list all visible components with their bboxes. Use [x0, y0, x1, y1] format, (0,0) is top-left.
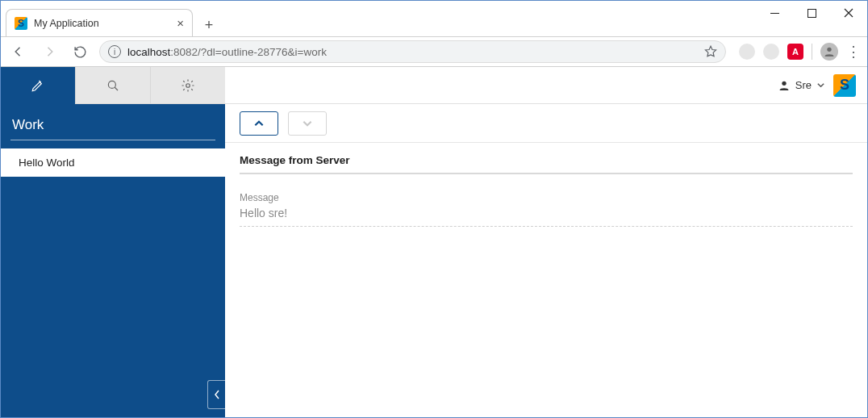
card-title: Message from Server — [240, 154, 853, 166]
site-info-icon[interactable]: i — [108, 45, 121, 58]
chevron-down-icon — [302, 118, 313, 129]
url-path: :8082/?dl=outline-28776&i=work — [170, 46, 327, 58]
app-topbar: Sre — [225, 67, 867, 104]
chevron-up-icon — [253, 118, 265, 129]
sidebar-collapse-button[interactable] — [207, 380, 225, 409]
prev-record-button[interactable] — [240, 111, 278, 136]
bookmark-star-icon[interactable] — [704, 45, 717, 58]
window-close-button[interactable] — [830, 1, 867, 25]
address-bar[interactable]: i localhost:8082/?dl=outline-28776&i=wor… — [99, 40, 726, 63]
window-minimize-button[interactable] — [756, 1, 793, 25]
username-label: Sre — [795, 79, 812, 91]
browser-toolbar: i localhost:8082/?dl=outline-28776&i=wor… — [1, 36, 867, 67]
extension-icon[interactable] — [787, 44, 803, 60]
pencil-icon — [31, 78, 45, 93]
browser-menu-button[interactable]: ⋮ — [846, 43, 861, 61]
record-nav-row — [225, 104, 867, 143]
url-host: localhost — [127, 46, 170, 58]
browser-tabstrip: My Application × + — [6, 6, 220, 36]
field-label-message: Message — [240, 192, 853, 203]
svg-rect-0 — [807, 9, 816, 17]
user-menu[interactable]: Sre — [778, 79, 825, 92]
back-button[interactable] — [7, 40, 30, 63]
url-text: localhost:8082/?dl=outline-28776&i=work — [127, 46, 698, 58]
svg-point-1 — [827, 48, 831, 52]
sidebar: Work Hello World — [1, 67, 225, 417]
chevron-left-icon — [214, 390, 220, 399]
sidebar-tab-search[interactable] — [75, 67, 150, 104]
tab-title: My Application — [34, 18, 170, 29]
svg-point-2 — [108, 81, 115, 88]
sidebar-underline — [10, 140, 215, 140]
svg-point-4 — [782, 81, 786, 85]
reload-button[interactable] — [69, 40, 91, 63]
sidebar-tab-edit[interactable] — [1, 67, 75, 104]
browser-tab[interactable]: My Application × — [6, 9, 193, 36]
search-icon — [106, 78, 120, 93]
sidebar-section-title: Work — [1, 104, 225, 140]
favicon-icon — [15, 17, 27, 30]
content-panel: Message from Server Message Hello sre! — [225, 143, 867, 241]
profile-avatar-icon[interactable] — [820, 43, 838, 61]
new-tab-button[interactable]: + — [198, 14, 220, 36]
gear-icon — [181, 78, 195, 93]
svg-point-3 — [186, 83, 190, 87]
sidebar-tab-settings[interactable] — [150, 67, 225, 104]
window-titlebar: My Application × + — [1, 1, 867, 36]
close-tab-icon[interactable]: × — [177, 16, 184, 30]
sidebar-item-hello-world[interactable]: Hello World — [1, 148, 225, 177]
chevron-down-icon — [816, 81, 825, 90]
main-area: Sre Message from Server Message Hello sr… — [225, 67, 867, 417]
card-divider — [240, 173, 853, 174]
toolbar-divider — [812, 44, 812, 60]
field-value-message: Hello sre! — [240, 207, 853, 227]
person-icon — [778, 79, 791, 92]
extension-icon[interactable] — [763, 44, 779, 60]
app-root: Work Hello World Sre Message from Serv — [1, 67, 867, 417]
sidebar-tabs — [1, 67, 225, 104]
forward-button[interactable] — [38, 40, 61, 63]
window-maximize-button[interactable] — [793, 1, 830, 25]
extension-icon[interactable] — [739, 44, 755, 60]
app-logo-icon — [833, 74, 856, 97]
next-record-button[interactable] — [288, 111, 327, 136]
